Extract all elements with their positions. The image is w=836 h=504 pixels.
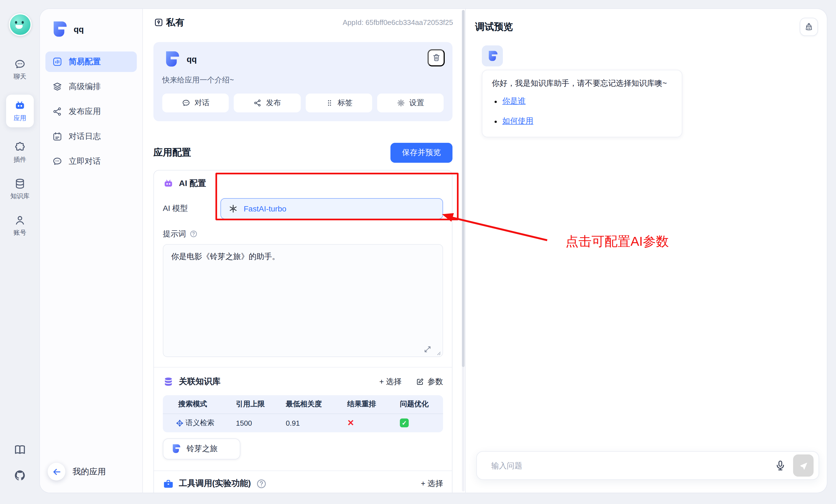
kb-select-button[interactable]: + 选择 bbox=[379, 377, 401, 387]
kb-min-relevance-value: 0.91 bbox=[286, 419, 347, 427]
app-info-card: qq 快来给应用一个介绍~ 对话 发布 bbox=[153, 42, 453, 121]
sidenav-item-simple-config[interactable]: 简易配置 bbox=[45, 51, 137, 72]
app-description: 快来给应用一个介绍~ bbox=[162, 75, 443, 85]
chat-bubble-icon bbox=[182, 98, 191, 107]
sidenav-item-start-chat[interactable]: 立即对话 bbox=[45, 151, 137, 171]
rail-item-label: 知识库 bbox=[11, 192, 30, 200]
docs-link[interactable] bbox=[13, 443, 26, 457]
clear-chat-button[interactable] bbox=[800, 18, 818, 36]
kb-title: 关联知识库 bbox=[179, 376, 221, 387]
sidenav-item-label: 简易配置 bbox=[69, 56, 101, 67]
chat-input[interactable] bbox=[490, 461, 770, 470]
kb-col-min-relevance: 最低相关度 bbox=[286, 399, 347, 409]
tags-button[interactable]: 标签 bbox=[305, 93, 372, 112]
config-card: AI 配置 AI 模型 FastAI-turbo 提示词 你 bbox=[153, 170, 453, 493]
publish-button[interactable]: 发布 bbox=[234, 93, 301, 112]
publish-button-label: 发布 bbox=[266, 98, 281, 108]
delete-app-button[interactable] bbox=[428, 49, 445, 66]
config-panel-body: qq 快来给应用一个介绍~ 对话 发布 bbox=[143, 36, 465, 493]
settings-button-label: 设置 bbox=[409, 98, 424, 108]
resize-handle-icon[interactable] bbox=[435, 349, 441, 356]
save-preview-button[interactable]: 保存并预览 bbox=[391, 142, 453, 162]
layers-icon bbox=[52, 81, 62, 92]
kb-actions: + 选择 参数 bbox=[379, 377, 443, 387]
page-title: 应用配置 bbox=[153, 146, 191, 159]
github-link[interactable] bbox=[13, 469, 26, 482]
debug-preview-panel: 调试预览 你好，我是知识库助手，请不要忘记选择知识库噢~ 你是谁 bbox=[466, 8, 827, 493]
sidenav-item-label: 立即对话 bbox=[69, 156, 101, 166]
robot-icon bbox=[14, 100, 26, 112]
tools-select-button[interactable]: + 选择 bbox=[421, 479, 443, 488]
quick-question-item: 如何使用 bbox=[502, 115, 672, 127]
calendar-icon bbox=[52, 131, 62, 141]
config-panel: 私有 AppId: 65fbff0e6cb334aa72053f25 qq 快来… bbox=[143, 8, 466, 493]
sidenav-item-publish-app[interactable]: 发布应用 bbox=[45, 101, 137, 121]
sidenav-item-chat-logs[interactable]: 对话日志 bbox=[45, 126, 137, 147]
quick-question-link[interactable]: 你是谁 bbox=[502, 96, 526, 105]
expand-icon[interactable] bbox=[424, 345, 432, 353]
sidenav-item-label: 对话日志 bbox=[69, 131, 101, 141]
ai-model-select[interactable]: FastAI-turbo bbox=[221, 198, 443, 219]
dataset-tag-label: 铃芽之旅 bbox=[187, 444, 218, 453]
kb-params-label: 参数 bbox=[428, 377, 443, 387]
app-info-header: qq bbox=[162, 50, 443, 68]
app-name: qq bbox=[74, 24, 84, 34]
prompt-textarea[interactable]: 你是电影《铃芽之旅》的助手。 bbox=[163, 244, 443, 357]
app-card-name: qq bbox=[187, 54, 197, 63]
user-avatar[interactable] bbox=[8, 13, 31, 36]
assistant-message-bubble: 你好，我是知识库助手，请不要忘记选择知识库噢~ 你是谁 如何使用 bbox=[482, 70, 682, 137]
rail-item-account[interactable]: 账号 bbox=[14, 214, 26, 237]
send-button[interactable] bbox=[793, 454, 814, 477]
kb-col-search-mode: 搜索模式 bbox=[178, 399, 236, 409]
settings-button[interactable]: 设置 bbox=[377, 93, 444, 112]
kb-search-mode-cell: 语义检索 bbox=[175, 418, 236, 428]
back-label: 我的应用 bbox=[73, 466, 106, 477]
chat-button-label: 对话 bbox=[194, 98, 209, 108]
rail-item-label: 应用 bbox=[14, 114, 26, 122]
question-icon[interactable] bbox=[189, 230, 198, 238]
database-icon bbox=[14, 178, 26, 190]
chat-icon bbox=[14, 58, 26, 70]
kb-table-header-row: 搜索模式 引用上限 最低相关度 结果重排 问题优化 bbox=[163, 395, 443, 414]
tags-button-label: 标签 bbox=[338, 98, 353, 108]
kb-params-button[interactable]: 参数 bbox=[416, 377, 443, 387]
openai-icon bbox=[228, 203, 238, 213]
sidenav-item-label: 高级编排 bbox=[69, 81, 101, 92]
rail-item-chat[interactable]: 聊天 bbox=[14, 58, 26, 81]
rail-item-apps[interactable]: 应用 bbox=[6, 95, 34, 127]
app-sidenav: qq 简易配置 高级编排 发布应用 对话日志 立即对话 bbox=[40, 8, 143, 493]
assistant-greeting: 你好，我是知识库助手，请不要忘记选择知识库噢~ bbox=[492, 77, 672, 89]
chat-button[interactable]: 对话 bbox=[162, 93, 229, 112]
user-icon bbox=[14, 214, 26, 227]
rail-item-plugins[interactable]: 插件 bbox=[14, 141, 26, 164]
app-logo-row: qq bbox=[45, 16, 137, 51]
broom-icon bbox=[804, 22, 814, 32]
rerank-disabled-icon bbox=[347, 418, 400, 428]
puzzle-icon bbox=[14, 141, 26, 153]
dataset-tag[interactable]: 铃芽之旅 bbox=[163, 438, 240, 459]
robot-icon bbox=[163, 178, 174, 189]
app-quick-actions: 对话 发布 标签 设置 bbox=[162, 93, 443, 112]
quick-question-list: 你是谁 如何使用 bbox=[492, 95, 672, 127]
ai-config-title: AI 配置 bbox=[179, 178, 206, 189]
ai-model-value: FastAI-turbo bbox=[244, 204, 286, 213]
back-to-my-apps[interactable]: 我的应用 bbox=[45, 461, 137, 484]
kb-col-rerank: 结果重排 bbox=[347, 399, 400, 409]
quick-question-link[interactable]: 如何使用 bbox=[502, 116, 533, 125]
share-icon bbox=[253, 98, 262, 107]
prompt-label-row: 提示词 bbox=[163, 229, 443, 239]
kb-section-header: 关联知识库 + 选择 参数 bbox=[163, 376, 443, 387]
app-logo-icon bbox=[162, 50, 180, 68]
rail-item-datasets[interactable]: 知识库 bbox=[11, 178, 30, 200]
back-button[interactable] bbox=[48, 463, 65, 481]
send-plane-icon bbox=[799, 461, 808, 470]
main-shell: qq 简易配置 高级编排 发布应用 对话日志 立即对话 bbox=[40, 8, 827, 493]
kb-col-quote-limit: 引用上限 bbox=[236, 399, 286, 409]
dots-grid-icon bbox=[325, 98, 334, 107]
rail-item-label: 聊天 bbox=[14, 73, 26, 81]
scrollbar-thumb[interactable] bbox=[462, 10, 465, 367]
sidenav-item-advanced-flow[interactable]: 高级编排 bbox=[45, 76, 137, 97]
microphone-icon[interactable] bbox=[774, 460, 786, 472]
question-icon[interactable] bbox=[256, 478, 267, 489]
kb-quote-limit-value: 1500 bbox=[236, 419, 286, 427]
